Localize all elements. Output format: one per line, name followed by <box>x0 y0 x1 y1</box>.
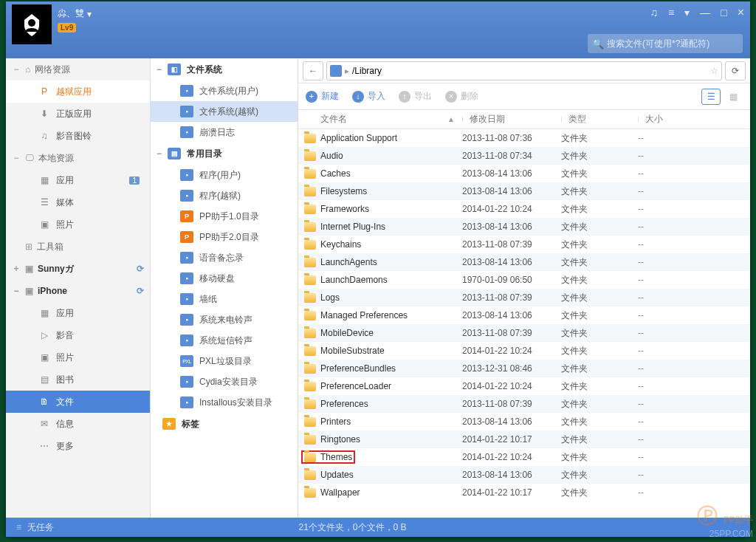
sidebar-group-header[interactable]: ⊞ 工具箱 <box>6 236 150 258</box>
file-row[interactable]: Ringtones 2014-01-22 10:17 文件夹 -- <box>298 430 750 448</box>
file-row[interactable]: PreferenceBundles 2013-12-31 08:46 文件夹 -… <box>298 360 750 377</box>
tasks-label[interactable]: 无任务 <box>27 521 54 534</box>
file-date: 2013-08-14 13:06 <box>462 168 561 179</box>
mid-item[interactable]: ▪ Cydia安装目录 <box>151 371 298 392</box>
mid-section-header[interactable]: − ◧ 文件系统 <box>151 58 298 80</box>
maximize-button[interactable]: □ <box>721 7 726 18</box>
list-view-button[interactable]: ☰ <box>701 89 721 105</box>
item-icon: ⋯ <box>38 441 50 451</box>
sidebar-item[interactable]: ▦ 应用 <box>6 302 150 324</box>
delete-button[interactable]: ×删除 <box>445 90 478 103</box>
mid-item[interactable]: ▪ 墙纸 <box>151 289 298 309</box>
sidebar-group-header[interactable]: + ▣ Sunnyガ ⟳ <box>6 258 150 280</box>
sidebar-group-header[interactable]: − ⌂ 网络资源 <box>6 58 150 80</box>
username[interactable]: 尛、雙 <box>58 7 84 20</box>
sync-icon[interactable]: ⟳ <box>137 264 144 274</box>
file-row[interactable]: Audio 2013-11-08 07:34 文件夹 -- <box>298 147 750 165</box>
sidebar-item[interactable]: ▣ 照片 <box>6 346 150 368</box>
mid-item[interactable]: ▪ Installous安装目录 <box>151 392 298 413</box>
menu-dropdown-icon[interactable]: ▾ <box>684 7 690 18</box>
file-row[interactable]: MobileDevice 2013-11-08 07:39 文件夹 -- <box>298 324 750 342</box>
file-row[interactable]: Caches 2013-08-14 13:06 文件夹 -- <box>298 165 750 182</box>
sidebar-item[interactable]: P 越狱应用 <box>6 80 150 103</box>
file-row[interactable]: Preferences 2013-11-08 07:39 文件夹 -- <box>298 395 750 413</box>
file-row[interactable]: LaunchAgents 2013-08-14 13:06 文件夹 -- <box>298 253 750 271</box>
close-button[interactable]: × <box>738 6 744 19</box>
mid-item[interactable]: ▪ 文件系统(越狱) <box>151 101 298 122</box>
sidebar-item[interactable]: ▤ 图书 <box>6 368 150 391</box>
mid-item[interactable]: ▪ 程序(越狱) <box>151 185 298 206</box>
chevron-down-icon[interactable]: ▾ <box>87 9 92 19</box>
file-list[interactable]: Application Support 2013-11-08 07:36 文件夹… <box>298 129 750 518</box>
file-row[interactable]: Logs 2013-11-08 07:39 文件夹 -- <box>298 289 750 306</box>
mid-item[interactable]: P PP助手1.0目录 <box>151 206 298 227</box>
sidebar-item[interactable]: ▷ 影音 <box>6 324 150 346</box>
avatar[interactable] <box>12 4 52 44</box>
file-row[interactable]: Frameworks 2014-01-22 10:24 文件夹 -- <box>298 200 750 218</box>
item-icon: ▣ <box>38 352 50 363</box>
back-button[interactable]: ← <box>303 61 323 80</box>
mid-section-header[interactable]: − ▤ 常用目录 <box>151 143 298 165</box>
file-row[interactable]: Managed Preferences 2013-08-14 13:06 文件夹… <box>298 306 750 324</box>
column-date[interactable]: 修改日期 <box>470 114 505 124</box>
sidebar-group-header[interactable]: − ▣ iPhone ⟳ <box>6 280 150 302</box>
sidebar-item[interactable]: ☰ 媒体 <box>6 191 150 213</box>
folder-icon <box>304 222 316 232</box>
music-icon[interactable]: ♫ <box>650 7 659 18</box>
file-row[interactable]: Themes 2014-01-22 10:24 文件夹 -- <box>298 448 750 466</box>
path-input-container[interactable]: ▸ ☆ <box>326 61 722 80</box>
feedback-icon[interactable]: ≡ <box>668 7 674 18</box>
folder-icon <box>304 134 316 143</box>
search-input[interactable] <box>607 38 738 49</box>
mid-item[interactable]: ▪ 文件系统(用户) <box>151 80 298 101</box>
file-row[interactable]: Printers 2013-08-14 13:06 文件夹 -- <box>298 413 750 430</box>
item-label: PP助手1.0目录 <box>199 210 259 223</box>
sidebar-item[interactable]: ✉ 信息 <box>6 413 150 435</box>
file-size: -- <box>638 346 750 356</box>
mid-item[interactable]: ▪ 崩溃日志 <box>151 122 298 143</box>
file-date: 2013-08-14 13:06 <box>462 416 561 427</box>
item-icon: ▪ <box>180 106 193 117</box>
file-row[interactable]: LaunchDaemons 1970-01-09 06:50 文件夹 -- <box>298 271 750 289</box>
mid-item[interactable]: ▪ 系统短信铃声 <box>151 330 298 351</box>
sidebar-item[interactable]: ▦ 应用 1 <box>6 169 150 191</box>
mid-section-header[interactable]: ★ 标签 <box>151 413 298 435</box>
mid-item[interactable]: P PP助手2.0目录 <box>151 227 298 247</box>
export-button[interactable]: ↑导出 <box>399 90 432 103</box>
path-input[interactable] <box>352 66 707 76</box>
column-size[interactable]: 大小 <box>645 114 663 124</box>
sidebar-item[interactable]: ⋯ 更多 <box>6 435 150 457</box>
sidebar-group-header[interactable]: − 🖵 本地资源 <box>6 147 150 169</box>
column-type[interactable]: 类型 <box>568 114 586 124</box>
file-row[interactable]: PreferenceLoader 2014-01-22 10:24 文件夹 -- <box>298 377 750 395</box>
sidebar-item[interactable]: ▣ 照片 <box>6 213 150 236</box>
file-row[interactable]: Application Support 2013-11-08 07:36 文件夹… <box>298 129 750 147</box>
import-button[interactable]: ↓导入 <box>352 90 385 103</box>
sidebar-item[interactable]: ⬇ 正版应用 <box>6 103 150 125</box>
grid-view-button[interactable]: ▦ <box>724 89 743 105</box>
sidebar-item[interactable]: ♫ 影音图铃 <box>6 125 150 147</box>
mid-item[interactable]: PXL PXL垃圾目录 <box>151 351 298 371</box>
column-name[interactable]: 文件名 <box>320 113 347 126</box>
file-row[interactable]: Keychains 2013-11-08 07:39 文件夹 -- <box>298 236 750 253</box>
file-row[interactable]: Filesystems 2013-08-14 13:06 文件夹 -- <box>298 182 750 200</box>
file-row[interactable]: Updates 2013-08-14 13:06 文件夹 -- <box>298 466 750 484</box>
item-label: 更多 <box>56 440 74 453</box>
new-button[interactable]: +新建 <box>306 90 339 103</box>
columns-header[interactable]: 文件名▲ 修改日期 类型 大小 <box>298 110 750 129</box>
mid-item[interactable]: ▪ 程序(用户) <box>151 165 298 185</box>
mid-item[interactable]: ▪ 系统来电铃声 <box>151 309 298 330</box>
file-type: 文件夹 <box>561 292 638 304</box>
item-label: 文件系统(越狱) <box>199 106 258 118</box>
bookmark-star-icon[interactable]: ☆ <box>710 66 718 76</box>
sidebar-item[interactable]: 🗎 文件 <box>6 391 150 413</box>
minimize-button[interactable]: — <box>700 7 710 18</box>
file-row[interactable]: Wallpaper 2014-01-22 10:17 文件夹 -- <box>298 484 750 501</box>
search-box[interactable]: 🔍 <box>588 34 743 53</box>
sync-icon[interactable]: ⟳ <box>137 286 144 296</box>
mid-item[interactable]: ▪ 移动硬盘 <box>151 268 298 289</box>
mid-item[interactable]: ▪ 语音备忘录 <box>151 247 298 268</box>
file-row[interactable]: Internet Plug-Ins 2013-08-14 13:06 文件夹 -… <box>298 218 750 236</box>
refresh-button[interactable]: ⟳ <box>725 61 746 80</box>
file-row[interactable]: MobileSubstrate 2014-01-22 10:24 文件夹 -- <box>298 342 750 360</box>
